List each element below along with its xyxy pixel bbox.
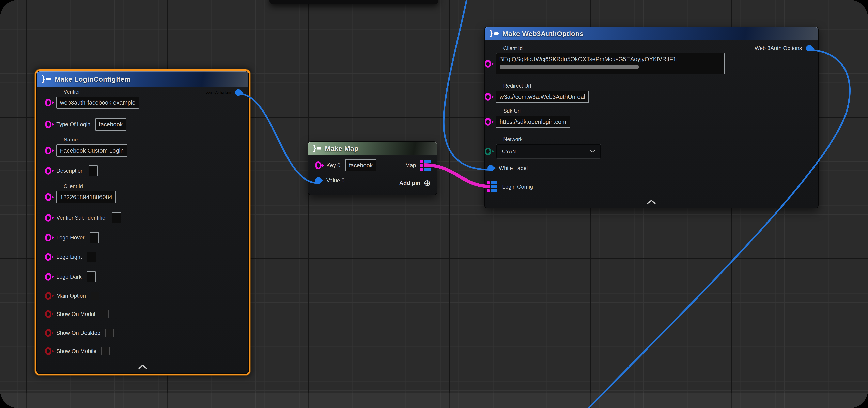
show-on-mobile-pin[interactable] xyxy=(45,347,52,355)
make-struct-icon: } xyxy=(42,75,51,83)
output-row-login-config-item: Login Config Item xyxy=(206,89,242,96)
field-name: Name Facebook Custom Login xyxy=(45,137,127,157)
collapse-chevron-icon[interactable] xyxy=(138,365,147,370)
white-label-label: White Label xyxy=(499,165,528,171)
field-verifier-sub-identifier: Verifier Sub Identifier xyxy=(45,212,121,223)
field-label: Logo Dark xyxy=(56,274,82,280)
field-network: Network CYAN xyxy=(485,136,601,159)
field-label: Verifier xyxy=(64,89,139,95)
client-id-pin[interactable] xyxy=(485,60,491,68)
field-label: Sdk Url xyxy=(503,108,570,114)
main-option-checkbox[interactable] xyxy=(91,292,99,300)
verifier-pin[interactable] xyxy=(45,99,52,106)
login-config-item-output-pin[interactable] xyxy=(235,89,242,96)
field-value-0: Value 0 xyxy=(315,177,345,184)
main-option-pin[interactable] xyxy=(45,292,52,300)
field-verifier: Verifier web3auth-facebook-example xyxy=(45,89,139,109)
logo-light-input[interactable] xyxy=(87,251,96,263)
field-label: Client Id xyxy=(64,183,116,190)
network-dropdown[interactable]: CYAN xyxy=(496,144,601,159)
bottom-panel-highlight xyxy=(0,394,868,408)
verifier-sub-identifier-input[interactable] xyxy=(112,212,121,223)
field-label: Description xyxy=(56,168,84,174)
login-config-label: Login Config xyxy=(502,184,533,190)
collapse-chevron-icon[interactable] xyxy=(647,200,656,205)
logo-hover-input[interactable] xyxy=(90,232,99,243)
client-id-input[interactable]: BEglQSgt4cUWcj6SKRdu5QkOXTsePmMcusG5EAoy… xyxy=(496,53,724,74)
node-make-map[interactable]: }≡ Make Map Key 0 facebook Map Value 0 A… xyxy=(308,141,437,195)
field-label: Show On Mobile xyxy=(56,348,96,354)
client-id-input[interactable]: 1222658941886084 xyxy=(56,191,116,203)
client-id-text: BEglQSgt4cUWcj6SKRdu5QkOXTsePmMcusG5EAoy… xyxy=(499,56,678,62)
node-title: Make Web3AuthOptions xyxy=(502,30,584,38)
field-key-0: Key 0 facebook xyxy=(315,159,376,171)
offscreen-node-bottom-edge[interactable] xyxy=(270,0,438,4)
node-title: Make LoginConfigItem xyxy=(55,75,131,83)
field-label: Client Id xyxy=(503,45,724,52)
field-main-option: Main Option xyxy=(45,292,99,300)
type-of-login-pin[interactable] xyxy=(45,121,52,128)
field-label: Network xyxy=(503,136,601,142)
verifier-input[interactable]: web3auth-facebook-example xyxy=(56,97,139,109)
field-white-label: White Label xyxy=(488,165,528,171)
field-show-on-desktop: Show On Desktop xyxy=(45,329,114,337)
make-map-icon: }≡ xyxy=(313,144,321,152)
network-pin[interactable] xyxy=(485,147,491,155)
logo-hover-pin[interactable] xyxy=(45,234,52,241)
sdk-url-input[interactable]: https://sdk.openlogin.com xyxy=(496,116,570,128)
network-selected-value: CYAN xyxy=(502,148,516,154)
description-input[interactable] xyxy=(89,165,98,176)
field-label: Show On Desktop xyxy=(56,330,100,336)
redirect-url-input[interactable]: w3a://com.w3a.Web3AuthUnreal xyxy=(496,91,589,103)
field-logo-light: Logo Light xyxy=(45,251,96,263)
output-pin-label: Login Config Item xyxy=(206,91,231,94)
node-make-web3authoptions[interactable]: } Make Web3AuthOptions Web 3Auth Options… xyxy=(484,27,818,208)
value-0-label: Value 0 xyxy=(327,177,345,184)
key-0-input[interactable]: facebook xyxy=(345,159,376,171)
chevron-down-icon xyxy=(590,150,595,153)
client-id-pin[interactable] xyxy=(45,193,52,201)
sdk-url-pin[interactable] xyxy=(485,118,491,126)
field-logo-hover: Logo Hover xyxy=(45,232,99,243)
blueprint-graph-canvas[interactable]: } Make LoginConfigItem Login Config Item… xyxy=(0,0,868,408)
type-of-login-input[interactable]: facebook xyxy=(95,118,126,131)
name-pin[interactable] xyxy=(45,147,52,155)
show-on-mobile-checkbox[interactable] xyxy=(101,347,110,355)
field-label: Name xyxy=(64,137,127,143)
redirect-url-pin[interactable] xyxy=(485,93,491,101)
node-header[interactable]: } Make Web3AuthOptions xyxy=(485,27,818,40)
field-client-id: Client Id 1222658941886084 xyxy=(45,183,116,203)
node-title: Make Map xyxy=(325,144,359,152)
map-output-label: Map xyxy=(405,162,416,169)
field-label: Logo Hover xyxy=(56,235,85,241)
node-make-loginconfigitem[interactable]: } Make LoginConfigItem Login Config Item… xyxy=(36,71,249,374)
show-on-desktop-pin[interactable] xyxy=(45,329,52,337)
node-header[interactable]: }≡ Make Map xyxy=(308,142,437,155)
key-0-pin[interactable] xyxy=(315,162,321,169)
field-type-of-login: Type Of Login facebook xyxy=(45,118,126,131)
logo-dark-pin[interactable] xyxy=(45,273,52,281)
field-label: Show On Modal xyxy=(56,311,95,317)
field-logo-dark: Logo Dark xyxy=(45,271,96,282)
show-on-desktop-checkbox[interactable] xyxy=(105,329,114,337)
add-pin-label: Add pin xyxy=(399,180,421,186)
field-label: Logo Light xyxy=(56,254,82,260)
name-input[interactable]: Facebook Custom Login xyxy=(56,144,127,157)
field-client-id: Client Id BEglQSgt4cUWcj6SKRdu5QkOXTsePm… xyxy=(485,45,724,74)
field-description: Description xyxy=(45,165,98,176)
field-label: Type Of Login xyxy=(56,122,90,128)
show-on-modal-pin[interactable] xyxy=(45,310,52,318)
description-pin[interactable] xyxy=(45,167,52,175)
show-on-modal-checkbox[interactable] xyxy=(100,310,108,318)
add-pin-icon: ⊕ xyxy=(424,179,431,187)
output-pin-label: Web 3Auth Options xyxy=(754,45,802,52)
add-pin-button[interactable]: Add pin ⊕ xyxy=(399,179,431,187)
wire-offscreen-to-whitelabel[interactable] xyxy=(444,0,490,170)
node-header[interactable]: } Make LoginConfigItem xyxy=(37,71,248,87)
client-id-scrollbar[interactable] xyxy=(500,65,639,69)
wire-loginconfigitem-to-value0[interactable] xyxy=(238,94,317,183)
field-show-on-mobile: Show On Mobile xyxy=(45,347,110,355)
verifier-sub-identifier-pin[interactable] xyxy=(45,214,52,222)
logo-dark-input[interactable] xyxy=(87,271,96,282)
logo-light-pin[interactable] xyxy=(45,253,52,261)
